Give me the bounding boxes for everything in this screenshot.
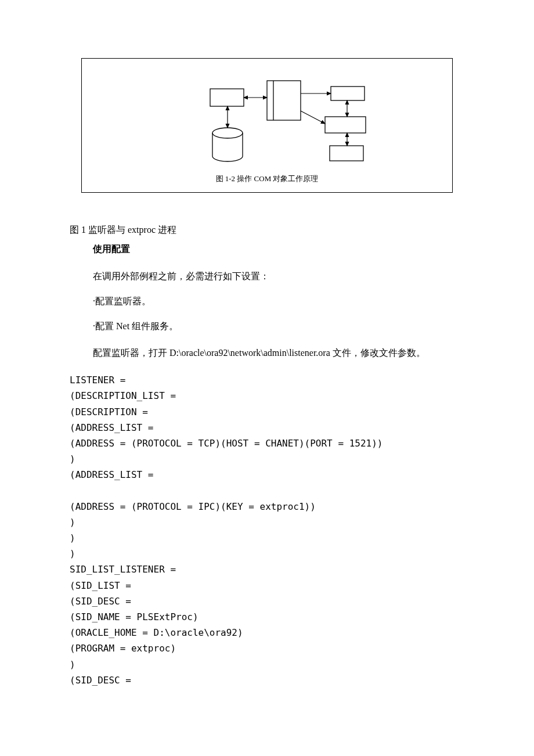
svg-rect-1 (267, 81, 301, 120)
db-cylinder-icon (212, 128, 243, 161)
figure-box: 图 1-2 操作 COM 对象工作原理 (81, 58, 453, 193)
bullet-item: ·配置 Net 组件服务。 (70, 318, 464, 335)
edge-center-midright (301, 111, 325, 124)
mid-right-box (325, 117, 366, 133)
center-double-box (267, 81, 301, 120)
intro-paragraph: 在调用外部例程之前，必需进行如下设置： (70, 268, 464, 285)
section-title: 使用配置 (70, 241, 464, 258)
diagram-svg (163, 70, 371, 166)
bullet-item: ·配置监听器。 (70, 293, 464, 310)
figure-label: 图 1 监听器与 extproc 进程 (70, 222, 464, 239)
top-right-box (331, 87, 365, 100)
diagram-inner-caption: 图 1-2 操作 COM 对象工作原理 (99, 172, 435, 185)
svg-point-0 (212, 128, 243, 138)
left-box (210, 89, 244, 106)
config-paragraph: 配置监听器，打开 D:\oracle\ora92\network\admin\l… (70, 345, 464, 362)
bottom-right-box (330, 146, 363, 161)
listener-code-block: LISTENER = (DESCRIPTION_LIST = (DESCRIPT… (70, 372, 464, 688)
diagram-container (99, 70, 435, 166)
